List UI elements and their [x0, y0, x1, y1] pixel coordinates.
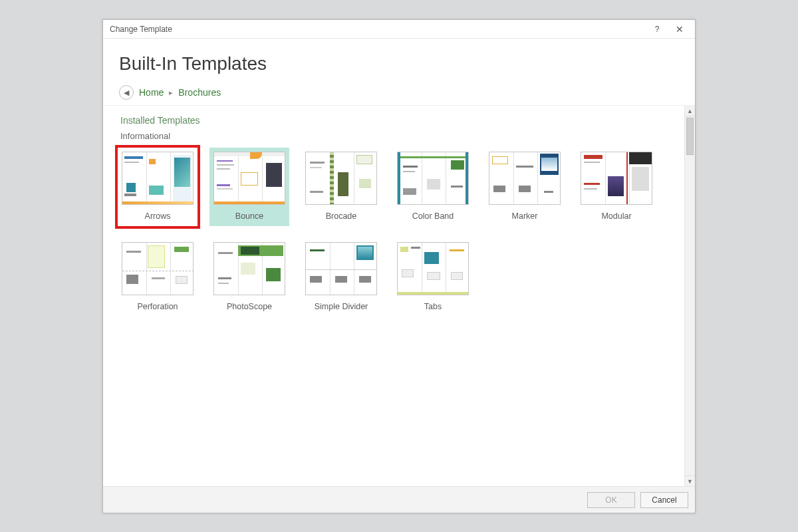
template-thumbnail: [489, 152, 561, 205]
template-label: Perforation: [137, 302, 178, 311]
template-item-perforation[interactable]: Perforation: [118, 238, 198, 317]
template-thumbnail: [397, 242, 469, 295]
template-thumbnail: [581, 152, 652, 205]
template-thumbnail: [213, 242, 285, 295]
template-item-color-band[interactable]: Color Band: [393, 148, 473, 226]
template-item-photoscope[interactable]: PhotoScope: [209, 238, 289, 317]
help-icon: ?: [655, 25, 660, 34]
template-grid: Arrows: [118, 148, 678, 317]
scrollbar[interactable]: ▲ ▼: [684, 106, 695, 486]
template-thumbnail: [305, 242, 377, 295]
template-label: Simple Divider: [315, 302, 368, 311]
back-button[interactable]: ◀: [119, 85, 134, 100]
breadcrumb-separator-icon: ▸: [169, 88, 173, 97]
close-button[interactable]: ✕: [668, 21, 691, 37]
chevron-up-icon: ▲: [687, 108, 693, 114]
template-thumbnail: [122, 152, 194, 205]
header: Built-In Templates ◀ Home ▸ Brochures: [103, 39, 695, 105]
template-item-modular[interactable]: Modular: [577, 148, 656, 226]
titlebar: Change Template ? ✕: [103, 20, 695, 39]
back-icon: ◀: [124, 88, 129, 97]
template-thumbnail: [122, 242, 194, 295]
template-list: Installed Templates Informational: [103, 106, 684, 486]
breadcrumb-current[interactable]: Brochures: [178, 87, 221, 98]
page-title: Built-In Templates: [119, 53, 679, 74]
template-item-marker[interactable]: Marker: [485, 148, 565, 226]
installed-templates-label: Installed Templates: [120, 115, 678, 126]
template-label: PhotoScope: [227, 302, 272, 311]
template-label: Color Band: [412, 211, 454, 221]
help-button[interactable]: ?: [646, 21, 668, 37]
cancel-button[interactable]: Cancel: [640, 492, 688, 508]
dialog-title: Change Template: [110, 25, 172, 34]
template-label: Marker: [512, 211, 538, 221]
template-label: Modular: [601, 211, 631, 221]
scroll-up-button[interactable]: ▲: [685, 106, 695, 116]
template-label: Bounce: [235, 211, 263, 221]
close-icon: ✕: [676, 24, 684, 35]
template-label: Tabs: [424, 302, 442, 311]
template-label: Brocade: [326, 211, 357, 221]
template-item-tabs[interactable]: Tabs: [393, 238, 473, 317]
breadcrumb-home[interactable]: Home: [139, 87, 164, 98]
template-thumbnail: [397, 152, 469, 205]
breadcrumb: ◀ Home ▸ Brochures: [119, 85, 679, 100]
change-template-dialog: Change Template ? ✕ Built-In Templates ◀…: [102, 19, 696, 513]
scrollbar-thumb[interactable]: [686, 118, 694, 155]
template-thumbnail: [213, 152, 285, 205]
dialog-footer: OK Cancel: [103, 486, 695, 513]
category-label: Informational: [120, 131, 678, 141]
template-item-arrows[interactable]: Arrows: [118, 148, 198, 226]
template-label: Arrows: [145, 211, 171, 221]
content-area: Built-In Templates ◀ Home ▸ Brochures In…: [103, 39, 695, 486]
scroll-down-button[interactable]: ▼: [685, 475, 695, 486]
chevron-down-icon: ▼: [687, 478, 693, 485]
ok-button[interactable]: OK: [587, 492, 635, 508]
template-thumbnail: [305, 152, 377, 205]
template-item-brocade[interactable]: Brocade: [301, 148, 381, 226]
template-item-simple-divider[interactable]: Simple Divider: [301, 238, 381, 317]
template-item-bounce[interactable]: Bounce: [209, 148, 289, 226]
main-area: Installed Templates Informational: [103, 105, 695, 486]
